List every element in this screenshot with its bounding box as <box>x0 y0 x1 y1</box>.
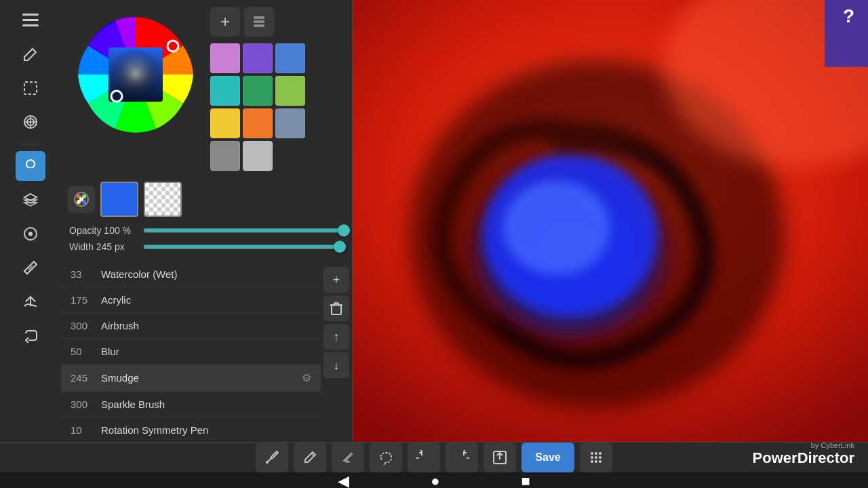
share-icon[interactable] <box>16 287 45 317</box>
svg-rect-30 <box>332 305 341 314</box>
brush-down-button[interactable]: ↓ <box>323 352 349 378</box>
eraser-bottom-button[interactable] <box>332 443 364 472</box>
svg-point-49 <box>595 452 597 455</box>
edit-icon[interactable] <box>16 39 45 69</box>
brush-list: 33 Watercolor (Wet) 175 Acrylic 300 Airb… <box>61 262 321 442</box>
color-swatches-area: + <box>210 7 345 171</box>
eyedropper-toolbar-icon[interactable] <box>16 253 45 283</box>
home-button[interactable]: ● <box>431 472 439 488</box>
brush-num-2: 300 <box>71 320 101 331</box>
svg-rect-21 <box>254 16 264 19</box>
fill-icon[interactable] <box>16 107 45 137</box>
opacity-thumb[interactable] <box>338 224 350 237</box>
layers-icon[interactable] <box>16 185 45 215</box>
swatch-2[interactable] <box>275 43 305 73</box>
brush-item-0[interactable]: 33 Watercolor (Wet) <box>61 262 321 287</box>
save-button[interactable]: Save <box>521 443 574 472</box>
swatch-menu-button[interactable] <box>244 7 274 37</box>
swatch-0[interactable] <box>210 43 240 73</box>
brush-num-3: 50 <box>71 346 101 357</box>
side-panel: + <box>61 0 353 442</box>
undo-rotate-button[interactable] <box>408 443 440 472</box>
brush-item-1[interactable]: 175 Acrylic <box>61 287 321 313</box>
brush-num-5: 300 <box>71 399 101 410</box>
brush-list-container: 33 Watercolor (Wet) 175 Acrylic 300 Airb… <box>61 262 352 442</box>
swatch-4[interactable] <box>243 76 273 106</box>
brush-item-2[interactable]: 300 Airbrush <box>61 313 321 339</box>
color-tools-row <box>61 178 352 221</box>
sliders-section: Opacity 100 % Width 245 px <box>61 221 352 262</box>
swatch-7[interactable] <box>243 108 273 138</box>
opacity-label: Opacity 100 % <box>69 225 144 236</box>
svg-point-51 <box>591 456 593 459</box>
help-button[interactable]: ? <box>843 5 854 27</box>
svg-point-56 <box>599 460 601 463</box>
canvas-area[interactable]: ? <box>353 0 868 442</box>
menu-icon[interactable] <box>16 5 45 35</box>
transparent-swatch[interactable] <box>144 182 182 217</box>
add-swatch-button[interactable]: + <box>210 7 240 37</box>
brush-num-4: 245 <box>71 372 101 384</box>
svg-point-13 <box>28 232 33 236</box>
svg-point-53 <box>599 456 601 459</box>
eyedropper-bottom-button[interactable] <box>256 443 288 472</box>
brush-name-4: Smudge <box>101 372 302 384</box>
separator1 <box>20 144 41 144</box>
brush-up-button[interactable]: ↑ <box>323 324 349 350</box>
palette-button[interactable] <box>68 186 95 213</box>
brush-num-1: 175 <box>71 294 101 306</box>
swatch-6[interactable] <box>210 108 240 138</box>
svg-rect-23 <box>254 24 264 27</box>
brush-item-3[interactable]: 50 Blur <box>61 339 321 365</box>
selection-icon[interactable] <box>16 73 45 103</box>
svg-point-8 <box>26 160 35 168</box>
brush-num-6: 10 <box>71 424 101 436</box>
svg-rect-22 <box>254 20 264 23</box>
left-toolbar <box>0 0 61 442</box>
brush-name-3: Blur <box>101 346 311 357</box>
main-color-swatch[interactable] <box>100 182 138 217</box>
brush-name-1: Acrylic <box>101 294 311 306</box>
svg-point-52 <box>595 456 597 459</box>
grid-button[interactable] <box>580 443 612 472</box>
brush-add-button[interactable]: + <box>323 267 349 293</box>
swatch-8[interactable] <box>275 108 305 138</box>
redo-rotate-button[interactable] <box>446 443 478 472</box>
brush-num-0: 33 <box>71 268 101 280</box>
swatch-1[interactable] <box>243 43 273 73</box>
export-button[interactable] <box>484 443 516 472</box>
brush-settings-icon[interactable]: ⚙ <box>302 371 311 384</box>
svg-rect-1 <box>22 19 39 21</box>
undo-icon[interactable] <box>16 321 45 350</box>
swatch-9[interactable] <box>210 141 240 171</box>
color-wheel[interactable] <box>68 7 203 142</box>
swatch-3[interactable] <box>210 76 240 106</box>
width-slider[interactable] <box>144 245 344 249</box>
svg-point-43 <box>266 461 269 464</box>
svg-point-48 <box>591 452 593 455</box>
swatch-10[interactable] <box>243 141 273 171</box>
swatches-grid <box>210 43 345 171</box>
brush-icon[interactable] <box>16 151 45 181</box>
brush-delete-button[interactable] <box>323 296 349 321</box>
brush-item-6[interactable]: 10 Rotation Symmetry Pen <box>61 418 321 442</box>
svg-point-55 <box>595 460 597 463</box>
svg-point-29 <box>79 197 83 201</box>
brush-name-0: Watercolor (Wet) <box>101 268 311 280</box>
recents-button[interactable]: ■ <box>521 472 530 488</box>
brush-name-6: Rotation Symmetry Pen <box>101 424 311 436</box>
brush-item-5[interactable]: 300 Sparkle Brush <box>61 392 321 418</box>
lasso-bottom-button[interactable] <box>370 443 402 472</box>
symmetry-icon[interactable] <box>16 219 45 249</box>
svg-point-50 <box>599 452 601 455</box>
bottom-toolbar: Save by CyberLink PowerDirector <box>0 442 868 472</box>
canvas-svg <box>353 0 868 442</box>
swatches-header: + <box>210 7 345 37</box>
width-thumb[interactable] <box>334 241 346 253</box>
opacity-slider[interactable] <box>144 228 344 232</box>
brush-item-4[interactable]: 245 Smudge ⚙ <box>61 365 321 392</box>
pencil-bottom-button[interactable] <box>294 443 326 472</box>
swatch-5[interactable] <box>275 76 305 106</box>
back-button[interactable]: ◀ <box>338 472 349 488</box>
width-slider-row: Width 245 px <box>69 241 344 252</box>
